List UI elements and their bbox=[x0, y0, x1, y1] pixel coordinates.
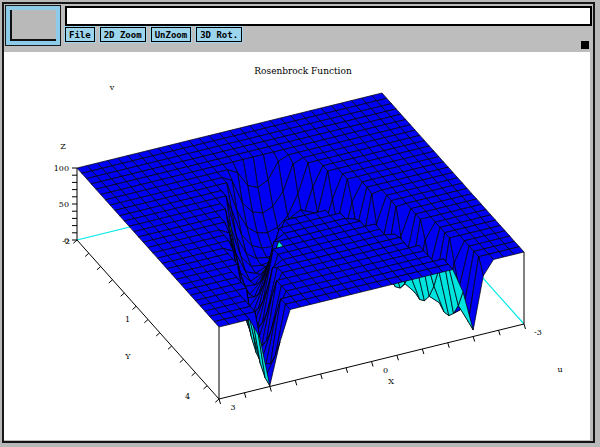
toolbar: File2D ZoomUnZoom3D Rot. bbox=[4, 4, 593, 52]
menu-button-3d-rot[interactable]: 3D Rot. bbox=[196, 27, 242, 42]
logo-panel bbox=[6, 6, 60, 45]
plot-canvas[interactable] bbox=[4, 52, 590, 440]
menu-button-2d-zoom[interactable]: 2D Zoom bbox=[100, 27, 146, 42]
menu-button-unzoom[interactable]: UnZoom bbox=[151, 27, 192, 42]
message-field[interactable] bbox=[65, 6, 592, 26]
menu-button-file[interactable]: File bbox=[65, 27, 95, 42]
menu-bar: File2D ZoomUnZoom3D Rot. bbox=[65, 27, 242, 42]
graphics-window: File2D ZoomUnZoom3D Rot. bbox=[2, 2, 595, 443]
resize-grip[interactable] bbox=[581, 41, 589, 49]
